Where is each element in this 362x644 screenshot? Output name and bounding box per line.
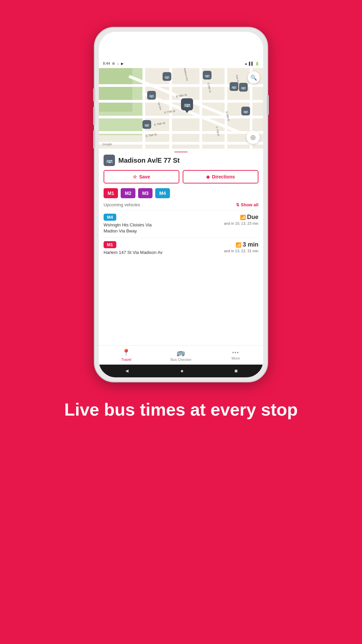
upcoming-header: Upcoming vehicles ⇅ Show all — [104, 202, 258, 207]
vehicle-item-m1[interactable]: M1 Harlem 147 St Via Madison Av 📶 3 min … — [104, 237, 258, 259]
vehicle-badge-row-m1: M1 — [104, 241, 163, 248]
bus-marker-5: 🚌 — [147, 91, 156, 100]
more-icon: ••• — [232, 350, 239, 355]
drag-handle[interactable] — [174, 151, 188, 153]
phone-volume-up-button — [93, 88, 95, 102]
android-recent-button[interactable]: ■ — [235, 368, 238, 374]
park-area-2 — [99, 68, 132, 112]
travel-label: Travel — [121, 358, 131, 362]
vehicle-time-extra-m4: and in 10, 13, 23 min — [224, 221, 258, 225]
signal-icon-m4: 📶 — [240, 215, 246, 220]
route-badge-m2[interactable]: M2 — [121, 188, 135, 198]
bottom-nav: 📍 Travel 🚌 Bus Checker ••• More — [99, 345, 263, 365]
stop-name: Madison Av/E 77 St — [118, 157, 180, 164]
map-locate-button[interactable]: ◎ — [246, 130, 260, 144]
status-bar: 8:44 ⚙ ⬦ ▶ ▲ ▌▌ 🔋 — [99, 59, 263, 68]
signal-icon: ▌▌ — [249, 62, 254, 65]
phone-power-button — [267, 95, 269, 115]
map-canvas: E 78th St E 77th St E 76th St E 75th St … — [99, 68, 263, 149]
status-time: 8:44 — [103, 61, 110, 65]
action-buttons: ☆ Save ◈ Directions — [104, 170, 258, 183]
vehicle-row-m4: M4 Wshngtn Hts Cloistrs ViaMadisn Via Bw… — [104, 214, 258, 234]
bus-checker-label: Bus Checker — [171, 358, 192, 362]
vehicle-item-m4[interactable]: M4 Wshngtn Hts Cloistrs ViaMadisn Via Bw… — [104, 210, 258, 237]
vehicle-badge-m1: M1 — [104, 241, 116, 248]
bus-marker-3: 🚌 — [230, 82, 238, 91]
status-bar-left: 8:44 ⚙ ⬦ ▶ — [103, 61, 124, 65]
vehicle-route-m1: Harlem 147 St Via Madison Av — [104, 250, 163, 256]
vehicle-route-m4: Wshngtn Hts Cloistrs ViaMadisn Via Bway — [104, 222, 152, 234]
directions-label: Directions — [212, 174, 235, 179]
bus-marker-4: 🚌 — [239, 83, 248, 92]
tagline-section: Live bus times at every stop — [44, 399, 318, 420]
street-label-76: E 76th St — [154, 121, 165, 126]
app-screen: 8:44 ⚙ ⬦ ▶ ▲ ▌▌ 🔋 — [99, 59, 263, 377]
star-icon: ☆ — [133, 174, 137, 179]
directions-button[interactable]: ◈ Directions — [183, 170, 258, 183]
vehicle-left-m4: M4 Wshngtn Hts Cloistrs ViaMadisn Via Bw… — [104, 214, 152, 234]
phone-shell: 8:44 ⚙ ⬦ ▶ ▲ ▌▌ 🔋 — [94, 27, 268, 382]
nav-more[interactable]: ••• More — [208, 350, 263, 360]
route-badges: M1 M2 M3 M4 — [104, 188, 258, 198]
phone-silent-button — [93, 130, 95, 149]
signal-icon-m1: 📶 — [236, 242, 241, 248]
route-badge-m4[interactable]: M4 — [155, 188, 170, 198]
bus-marker-right: 🚌 — [241, 107, 250, 115]
cast-icon: ⬦ — [117, 62, 119, 65]
vehicle-left-m1: M1 Harlem 147 St Via Madison Av — [104, 241, 163, 256]
street-v4 — [225, 68, 227, 149]
vehicle-time-extra-m1: and in 13, 22, 31 min — [224, 249, 258, 253]
vehicle-time-main-m4: 📶 Due — [224, 214, 258, 221]
tagline-text: Live bus times at every stop — [64, 399, 298, 420]
show-all-label: Show all — [241, 202, 258, 207]
bus-marker-1: 🚌 — [203, 71, 212, 79]
phone-volume-down-button — [93, 107, 95, 125]
stop-bus-icon: 🚌 — [104, 155, 115, 166]
nav-bus-checker[interactable]: 🚌 Bus Checker — [154, 348, 208, 362]
vehicle-row-m1: M1 Harlem 147 St Via Madison Av 📶 3 min … — [104, 241, 258, 256]
vehicle-time-main-m1: 📶 3 min — [224, 241, 258, 248]
settings-icon: ⚙ — [112, 62, 115, 65]
sort-icon: ⇅ — [236, 203, 239, 207]
android-back-button[interactable]: ◄ — [124, 368, 130, 374]
route-badge-m1[interactable]: M1 — [104, 188, 118, 198]
upcoming-label: Upcoming vehicles — [104, 202, 140, 207]
google-logo: Google — [102, 143, 112, 146]
street-h1 — [99, 84, 263, 87]
vehicle-badge-row-m4: M4 — [104, 214, 152, 221]
bus-marker-selected: 🚌 — [181, 98, 193, 110]
stop-name-row: 🚌 Madison Av/E 77 St — [104, 155, 258, 166]
vehicle-right-m4: 📶 Due and in 10, 13, 23 min — [224, 214, 258, 225]
bus-checker-icon: 🚌 — [177, 348, 185, 357]
bus-marker-2: 🚌 — [163, 72, 171, 81]
vehicle-3min-label: 3 min — [243, 241, 258, 248]
vehicle-due-label: Due — [247, 214, 258, 221]
phone-screen: 8:44 ⚙ ⬦ ▶ ▲ ▌▌ 🔋 — [99, 32, 263, 377]
android-nav-bar: ◄ ● ■ — [99, 365, 263, 377]
street-h3 — [99, 116, 263, 118]
bottom-card: 🚌 Madison Av/E 77 St ☆ Save ◈ Directions — [99, 155, 263, 345]
street-label-5th-av: 5th Ave — [158, 102, 162, 110]
street-h5 — [99, 142, 263, 145]
map-area[interactable]: E 78th St E 77th St E 76th St E 75th St … — [99, 68, 263, 149]
street-v3 — [199, 68, 202, 149]
vehicle-right-m1: 📶 3 min and in 13, 22, 31 min — [224, 241, 258, 253]
map-search-button[interactable]: 🔍 — [248, 71, 260, 84]
save-button[interactable]: ☆ Save — [104, 170, 179, 183]
wifi-icon: ▲ — [244, 62, 248, 65]
route-badge-m3[interactable]: M3 — [138, 188, 153, 198]
travel-icon: 📍 — [122, 348, 130, 357]
save-label: Save — [139, 174, 150, 179]
android-home-button[interactable]: ● — [180, 368, 184, 374]
show-all-button[interactable]: ⇅ Show all — [236, 202, 258, 207]
bus-marker-6: 🚌 — [142, 120, 151, 129]
status-bar-right: ▲ ▌▌ 🔋 — [244, 62, 259, 65]
vehicle-badge-m4: M4 — [104, 214, 116, 221]
more-label: More — [232, 356, 240, 360]
battery-icon: 🔋 — [255, 62, 259, 65]
play-icon: ▶ — [121, 62, 124, 65]
directions-icon: ◈ — [206, 174, 210, 179]
street-label-madison-av: Madison Ave — [183, 68, 188, 81]
nav-travel[interactable]: 📍 Travel — [99, 348, 154, 362]
